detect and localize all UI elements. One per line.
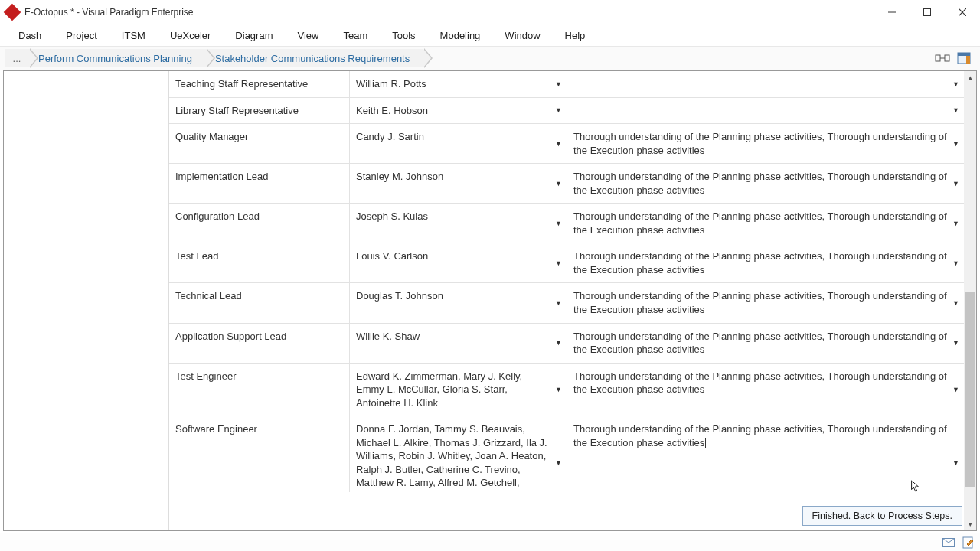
role-cell[interactable]: Technical Lead — [169, 283, 350, 322]
info-cell[interactable]: Thorough understanding of the Planning p… — [567, 164, 964, 203]
menu-help[interactable]: Help — [553, 27, 598, 44]
person-cell[interactable]: Keith E. Hobson▼ — [350, 98, 567, 124]
stakeholder-table: Teaching Staff RepresentativeWilliam R. … — [169, 71, 964, 492]
dropdown-icon[interactable]: ▼ — [555, 259, 562, 268]
menu-team[interactable]: Team — [331, 27, 380, 44]
dropdown-icon[interactable]: ▼ — [555, 298, 562, 308]
person-cell[interactable]: Donna F. Jordan, Tammy S. Beauvais, Mich… — [350, 416, 567, 492]
scroll-up-icon[interactable]: ▴ — [964, 71, 976, 83]
mail-icon[interactable] — [942, 536, 956, 549]
scroll-down-icon[interactable]: ▾ — [964, 518, 976, 530]
dropdown-icon[interactable]: ▼ — [555, 458, 562, 468]
person-cell[interactable]: Joseph S. Kulas▼ — [350, 204, 567, 243]
dropdown-icon[interactable]: ▼ — [952, 385, 959, 394]
info-cell[interactable]: Thorough understanding of the Planning p… — [567, 124, 964, 163]
dropdown-icon[interactable]: ▼ — [952, 179, 959, 188]
panel-icon[interactable] — [956, 50, 972, 67]
window-buttons — [874, 0, 980, 24]
dropdown-icon[interactable]: ▼ — [952, 259, 959, 268]
info-cell[interactable]: Thorough understanding of the Planning p… — [567, 243, 964, 282]
dropdown-icon[interactable]: ▼ — [555, 338, 562, 347]
menu-window[interactable]: Window — [492, 27, 552, 44]
dropdown-icon[interactable]: ▼ — [952, 298, 959, 308]
role-cell[interactable]: Implementation Lead — [169, 164, 350, 203]
person-cell-text: Candy J. Sartin — [356, 130, 424, 144]
edit-note-icon[interactable] — [962, 536, 975, 549]
dropdown-icon[interactable]: ▼ — [555, 106, 562, 115]
layout-icon[interactable] — [934, 50, 951, 67]
dropdown-icon[interactable]: ▼ — [555, 139, 562, 148]
role-cell[interactable]: Library Staff Representative — [169, 98, 350, 124]
table-row: Application Support LeadWillie K. Shaw▼T… — [169, 324, 964, 364]
info-cell-text: Thorough understanding of the Planning p… — [573, 289, 949, 316]
role-cell[interactable]: Configuration Lead — [169, 204, 350, 243]
menu-itsm[interactable]: ITSM — [109, 27, 158, 44]
dropdown-icon[interactable]: ▼ — [952, 338, 959, 347]
info-cell[interactable]: Thorough understanding of the Planning p… — [567, 283, 964, 322]
breadcrumb-item-2-label: Stakeholder Communications Requirements — [215, 53, 410, 64]
info-cell[interactable]: Thorough understanding of the Planning p… — [567, 364, 964, 416]
person-cell-text: Joseph S. Kulas — [356, 210, 428, 223]
menu-tools[interactable]: Tools — [380, 27, 427, 44]
scroll-track[interactable] — [964, 83, 976, 518]
svg-rect-4 — [936, 55, 940, 61]
breadcrumb-tools — [934, 50, 975, 67]
person-cell[interactable]: Louis V. Carlson▼ — [350, 243, 567, 282]
maximize-button[interactable] — [910, 0, 945, 24]
dropdown-icon[interactable]: ▼ — [555, 179, 562, 188]
role-cell[interactable]: Quality Manager — [169, 124, 350, 163]
person-cell-text: Louis V. Carlson — [356, 249, 428, 263]
svg-rect-8 — [958, 53, 970, 56]
dropdown-icon[interactable]: ▼ — [555, 385, 562, 394]
app-icon — [4, 3, 21, 21]
person-cell-text: Donna F. Jordan, Tammy S. Beauvais, Mich… — [356, 422, 551, 492]
info-cell-text: Thorough understanding of the Planning p… — [573, 370, 949, 396]
breadcrumb-bar: ... Perform Communications Planning Stak… — [0, 46, 980, 70]
info-cell[interactable]: Thorough understanding of the Planning p… — [567, 416, 964, 492]
breadcrumb-more-label: ... — [13, 53, 21, 64]
menu-dash[interactable]: Dash — [6, 27, 54, 44]
close-button[interactable] — [945, 0, 980, 24]
person-cell[interactable]: Edward K. Zimmerman, Mary J. Kelly, Emmy… — [350, 364, 567, 416]
dropdown-icon[interactable]: ▼ — [555, 80, 562, 89]
minimize-button[interactable] — [874, 0, 910, 24]
menu-project[interactable]: Project — [54, 27, 109, 44]
role-cell[interactable]: Application Support Lead — [169, 324, 350, 363]
table-row: Software EngineerDonna F. Jordan, Tammy … — [169, 416, 964, 492]
finished-button[interactable]: Finished. Back to Process Steps. — [802, 506, 962, 526]
info-cell[interactable]: Thorough understanding of the Planning p… — [567, 324, 964, 363]
window-title: E-Octopus * - Visual Paradigm Enterprise — [24, 7, 874, 18]
role-cell[interactable]: Test Engineer — [169, 364, 350, 416]
menu-modeling[interactable]: Modeling — [428, 27, 493, 44]
menu-view[interactable]: View — [285, 27, 331, 44]
menu-uexceler[interactable]: UeXceler — [158, 27, 223, 44]
person-cell[interactable]: Willie K. Shaw▼ — [350, 324, 567, 363]
role-cell[interactable]: Test Lead — [169, 243, 350, 282]
menu-diagram[interactable]: Diagram — [223, 27, 285, 44]
left-panel — [4, 71, 169, 530]
dropdown-icon[interactable]: ▼ — [952, 106, 959, 115]
breadcrumb-item-1[interactable]: Perform Communications Planning — [21, 49, 206, 67]
role-cell[interactable]: Teaching Staff Representative — [169, 71, 350, 97]
table-row: Test LeadLouis V. Carlson▼Thorough under… — [169, 243, 964, 283]
person-cell[interactable]: Stanley M. Johnson▼ — [350, 164, 567, 203]
dropdown-icon[interactable]: ▼ — [555, 219, 562, 228]
breadcrumb-item-2[interactable]: Stakeholder Communications Requirements — [198, 49, 423, 67]
dropdown-icon[interactable]: ▼ — [952, 458, 959, 468]
dropdown-icon[interactable]: ▼ — [952, 219, 959, 228]
person-cell-text: Willie K. Shaw — [356, 330, 420, 344]
person-cell[interactable]: Candy J. Sartin▼ — [350, 124, 567, 163]
table-row: Teaching Staff RepresentativeWilliam R. … — [169, 71, 964, 98]
scroll-thumb[interactable] — [965, 292, 975, 488]
dropdown-icon[interactable]: ▼ — [952, 139, 959, 148]
info-cell[interactable]: ▼ — [567, 98, 964, 124]
info-cell[interactable]: Thorough understanding of the Planning p… — [567, 204, 964, 243]
person-cell[interactable]: Douglas T. Johnson▼ — [350, 283, 567, 322]
vertical-scrollbar[interactable]: ▴ ▾ — [964, 71, 976, 530]
breadcrumb-item-1-label: Perform Communications Planning — [38, 53, 192, 64]
info-cell[interactable]: ▼ — [567, 71, 964, 97]
dropdown-icon[interactable]: ▼ — [952, 80, 959, 89]
role-cell[interactable]: Software Engineer — [169, 416, 350, 492]
person-cell[interactable]: William R. Potts▼ — [350, 71, 567, 97]
table-row: Library Staff RepresentativeKeith E. Hob… — [169, 98, 964, 125]
